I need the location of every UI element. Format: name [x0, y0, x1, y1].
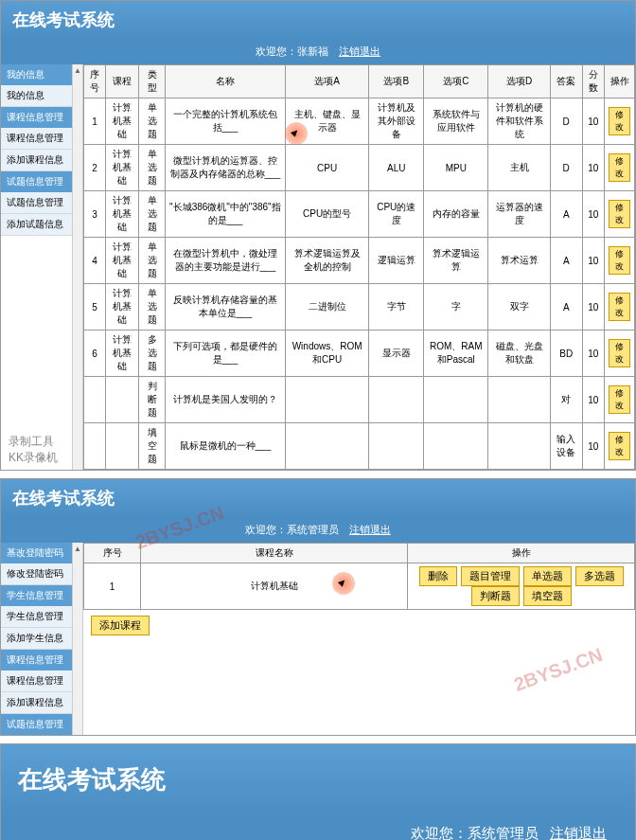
cell: Windows、ROM和CPU: [286, 331, 369, 377]
cell: 单选题: [139, 191, 165, 238]
cell: 系统软件与应用软件: [424, 98, 488, 145]
edit-button[interactable]: 修改: [609, 385, 630, 414]
side-item-pwd[interactable]: 修改登陆密码: [1, 563, 72, 585]
table-row: 2计算机基础单选题微型计算机的运算器、控制器及内存储器的总称___CPUALUM…: [84, 145, 635, 191]
side-item-question-mgmt[interactable]: 试题信息管理: [1, 192, 72, 214]
cell: 计算机基础: [106, 238, 139, 284]
edit-button[interactable]: 修改: [609, 153, 630, 182]
cell: [424, 423, 488, 470]
cell: [84, 377, 106, 423]
side-group-myinfo[interactable]: 我的信息: [1, 64, 72, 85]
op-button[interactable]: 删除: [419, 566, 457, 586]
cell: 运算器的速度: [488, 191, 551, 238]
cell: 计算机及其外部设备: [369, 98, 424, 145]
edit-button[interactable]: 修改: [609, 246, 630, 275]
cell: 反映计算机存储容量的基本单位是___: [165, 284, 286, 331]
cell: 判断题: [139, 377, 165, 423]
side-group-question[interactable]: 试题信息管理: [1, 171, 72, 192]
cell: 1: [84, 98, 106, 145]
cell-seq: 1: [84, 563, 141, 610]
course-table: 序号 课程名称 操作 1 计算机基础 删除题目管理单选题多选题判断题填空题: [83, 543, 635, 610]
collapse-handle[interactable]: [72, 543, 83, 735]
question-table: 序号课程类型名称选项A选项B选项C选项D答案分数操作 1计算机基础单选题一个完整…: [83, 64, 635, 470]
side-item-course-add[interactable]: 添加课程信息: [1, 150, 72, 171]
side-item-question-add[interactable]: 添加试题信息: [1, 214, 72, 236]
logout-link[interactable]: 注销退出: [550, 825, 607, 840]
th: 类型: [139, 65, 165, 98]
main-content: 序号课程类型名称选项A选项B选项C选项D答案分数操作 1计算机基础单选题一个完整…: [83, 64, 635, 470]
cell: 6: [84, 331, 106, 377]
edit-button[interactable]: 修改: [609, 293, 630, 321]
cell: 计算机基础: [106, 145, 139, 191]
op-button[interactable]: 单选题: [523, 566, 572, 586]
frame-2: 在线考试系统 欢迎您：系统管理员 注销退出 基改登陆密码 修改登陆密码 学生信息…: [0, 478, 636, 736]
cell: 3: [84, 191, 106, 238]
cell: 计算机的硬件和软件系统: [488, 98, 551, 145]
cell: 计算机是美国人发明的？: [165, 377, 286, 423]
frame-3: 在线考试系统 欢迎您：系统管理员 注销退出 修改登陆密码 修改登陆密码 学生信息…: [0, 743, 636, 840]
cell: 10: [582, 377, 605, 423]
cell: [286, 377, 369, 423]
table-row: 1计算机基础单选题一个完整的计算机系统包括___主机、键盘、显示器计算机及其外部…: [84, 98, 635, 145]
cell: CPU: [286, 145, 369, 191]
cell: 算术逻辑运算及全机的控制: [286, 238, 369, 284]
side-item-course-add[interactable]: 添加课程信息: [1, 692, 72, 714]
cell: 10: [582, 191, 605, 238]
side-group-course[interactable]: 课程信息管理: [1, 650, 72, 670]
cell: 逻辑运算: [369, 238, 424, 284]
cell: 字节: [369, 284, 424, 331]
app-title: 在线考试系统: [1, 744, 635, 815]
side-item-myinfo[interactable]: 我的信息: [1, 85, 72, 107]
side-group-question[interactable]: 试题信息管理: [1, 714, 72, 735]
cell-ops: 删除题目管理单选题多选题判断题填空题: [408, 563, 635, 610]
welcome-text: 欢迎您：系统管理员: [245, 524, 339, 535]
th-seq: 序号: [84, 544, 141, 563]
op-button[interactable]: 多选题: [575, 566, 624, 586]
edit-button[interactable]: 修改: [609, 432, 630, 460]
cell: 填空题: [139, 423, 165, 470]
cell: ALU: [369, 145, 424, 191]
side-group-pwd[interactable]: 基改登陆密码: [1, 543, 72, 563]
sidebar: 我的信息 我的信息 课程信息管理 课程信息管理 添加课程信息 试题信息管理 试题…: [1, 64, 72, 470]
cell: 10: [582, 284, 605, 331]
cell: ROM、RAM和Pascal: [424, 331, 488, 377]
edit-button[interactable]: 修改: [609, 200, 630, 228]
sidebar: 基改登陆密码 修改登陆密码 学生信息管理 学生信息管理 添加学生信息 课程信息管…: [1, 543, 72, 735]
cell: 10: [582, 331, 605, 377]
cell: MPU: [424, 145, 488, 191]
side-item-student-add[interactable]: 添加学生信息: [1, 628, 72, 650]
cell: 磁盘、光盘和软盘: [488, 331, 551, 377]
th-op: 操作: [408, 544, 635, 563]
edit-button[interactable]: 修改: [609, 107, 630, 135]
cell: A: [550, 238, 582, 284]
side-group-course[interactable]: 课程信息管理: [1, 107, 72, 128]
op-button[interactable]: 题目管理: [461, 566, 520, 586]
table-row: 1 计算机基础 删除题目管理单选题多选题判断题填空题: [84, 563, 635, 610]
th: 选项A: [286, 65, 369, 98]
cell: 10: [582, 145, 605, 191]
app-title: 在线考试系统: [1, 479, 635, 517]
table-row: 判断题计算机是美国人发明的？对10修改: [84, 377, 635, 423]
edit-button[interactable]: 修改: [609, 339, 630, 367]
add-course-button[interactable]: 添加课程: [91, 616, 150, 635]
collapse-handle[interactable]: [72, 64, 83, 470]
th: 操作: [605, 65, 635, 98]
side-item-student-mgmt[interactable]: 学生信息管理: [1, 606, 72, 628]
side-item-course-mgmt[interactable]: 课程信息管理: [1, 670, 72, 692]
cell: 计算机基础: [106, 98, 139, 145]
op-button[interactable]: 填空题: [523, 586, 572, 606]
side-item-course-mgmt[interactable]: 课程信息管理: [1, 128, 72, 150]
side-group-student[interactable]: 学生信息管理: [1, 585, 72, 606]
cell: [424, 377, 488, 423]
th: 序号: [84, 65, 106, 98]
logout-link[interactable]: 注销退出: [339, 45, 380, 57]
th: 选项B: [369, 65, 424, 98]
cell: 10: [582, 238, 605, 284]
welcome-bar: 欢迎您：系统管理员 注销退出: [1, 517, 635, 543]
cell: A: [550, 191, 582, 238]
cell: [488, 423, 551, 470]
cell: 计算机基础: [106, 331, 139, 377]
welcome-bar: 欢迎您：张新福 注销退出: [1, 39, 635, 64]
logout-link[interactable]: 注销退出: [349, 524, 391, 535]
op-button[interactable]: 判断题: [471, 586, 520, 606]
